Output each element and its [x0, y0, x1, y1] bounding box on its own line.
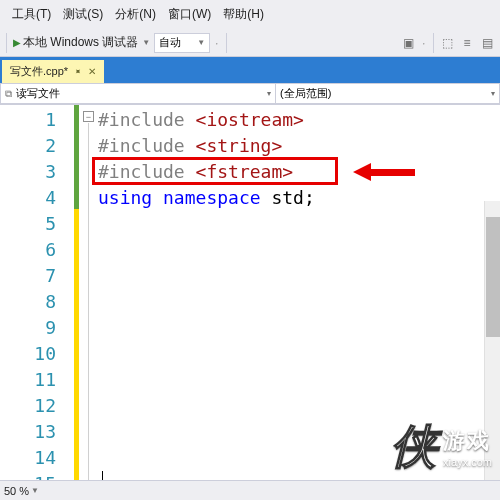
line-number: 2 [0, 133, 74, 159]
nav-scope-label: 读写文件 [16, 86, 60, 101]
divider [433, 33, 434, 53]
chevron-down-icon: ▾ [267, 89, 271, 98]
config-dropdown[interactable]: 自动 ▼ [154, 33, 210, 53]
overflow-icon[interactable]: ⸱ [212, 34, 222, 51]
toolbar: ▶ 本地 Windows 调试器 ▼ 自动 ▼ ⸱ ▣ ⸱ ⬚ ≡ ▤ [0, 29, 500, 57]
line-number: 7 [0, 263, 74, 289]
code-line[interactable] [98, 263, 500, 289]
pin-icon[interactable]: ✦ [72, 65, 85, 78]
line-number: 14 [0, 445, 74, 471]
line-number: 12 [0, 393, 74, 419]
code-line[interactable]: #include <iostream> [98, 107, 500, 133]
tool-icon-1[interactable]: ▣ [399, 34, 417, 52]
menubar: 工具(T) 测试(S) 分析(N) 窗口(W) 帮助(H) [0, 0, 500, 29]
code-line[interactable] [98, 419, 500, 445]
scrollbar-thumb[interactable] [486, 217, 500, 337]
code-line[interactable] [98, 289, 500, 315]
config-label: 自动 [159, 35, 181, 50]
code-line[interactable]: #include <string> [98, 133, 500, 159]
line-number: 8 [0, 289, 74, 315]
play-icon: ▶ [13, 37, 21, 48]
annotation-arrow [353, 163, 415, 181]
nav-scope-right[interactable]: (全局范围) ▾ [275, 83, 500, 104]
close-icon[interactable]: ✕ [88, 66, 96, 77]
menu-analyze[interactable]: 分析(N) [111, 4, 160, 25]
line-number: 13 [0, 419, 74, 445]
menu-tools[interactable]: 工具(T) [8, 4, 55, 25]
divider [226, 33, 227, 53]
code-line[interactable] [98, 237, 500, 263]
zoom-level[interactable]: 50 % [4, 485, 29, 497]
menu-help[interactable]: 帮助(H) [219, 4, 268, 25]
vertical-scrollbar[interactable] [484, 201, 500, 500]
chevron-down-icon: ▼ [142, 38, 150, 47]
code-editor[interactable]: 123456789101112131415 − #include <iostre… [0, 105, 500, 500]
menu-window[interactable]: 窗口(W) [164, 4, 215, 25]
line-number: 10 [0, 341, 74, 367]
fold-column: − [82, 105, 98, 500]
fold-toggle[interactable]: − [83, 111, 94, 122]
code-area[interactable]: #include <iostream>#include <string>#inc… [98, 105, 500, 500]
tab-file[interactable]: 写文件.cpp* ✦ ✕ [2, 60, 104, 83]
line-number: 5 [0, 211, 74, 237]
code-line[interactable] [98, 445, 500, 471]
debug-target-button[interactable]: ▶ 本地 Windows 调试器 ▼ [11, 34, 152, 51]
menu-test[interactable]: 测试(S) [59, 4, 107, 25]
tab-title: 写文件.cpp* [10, 64, 68, 79]
line-number: 1 [0, 107, 74, 133]
line-number: 3 [0, 159, 74, 185]
tab-strip: 写文件.cpp* ✦ ✕ [0, 57, 500, 83]
tool-icon-4[interactable]: ▤ [478, 34, 496, 52]
code-line[interactable] [98, 211, 500, 237]
unsaved-change-indicator [74, 209, 79, 494]
tool-icon-3[interactable]: ≡ [458, 34, 476, 52]
line-number: 11 [0, 367, 74, 393]
code-line[interactable] [98, 367, 500, 393]
debug-target-label: 本地 Windows 调试器 [23, 34, 138, 51]
code-line[interactable] [98, 341, 500, 367]
nav-bar: ⧉ 读写文件 ▾ (全局范围) ▾ [0, 83, 500, 105]
code-line[interactable]: using namespace std; [98, 185, 500, 211]
line-number-gutter: 123456789101112131415 [0, 105, 74, 500]
chevron-down-icon[interactable]: ▼ [31, 486, 39, 495]
tool-icon-2[interactable]: ⬚ [438, 34, 456, 52]
overflow-icon[interactable]: ⸱ [419, 34, 429, 51]
change-margin [74, 105, 82, 500]
line-number: 9 [0, 315, 74, 341]
chevron-down-icon: ▾ [491, 89, 495, 98]
scope-icon: ⧉ [5, 88, 12, 100]
line-number: 6 [0, 237, 74, 263]
code-line[interactable] [98, 393, 500, 419]
code-line[interactable]: #include <fstream> [98, 159, 500, 185]
nav-scope-label: (全局范围) [280, 86, 331, 101]
saved-change-indicator [74, 105, 79, 209]
status-bar: 50 % ▼ [0, 480, 500, 500]
line-number: 4 [0, 185, 74, 211]
divider [6, 33, 7, 53]
nav-scope-left[interactable]: ⧉ 读写文件 ▾ [0, 83, 275, 104]
fold-guide [88, 123, 89, 493]
code-line[interactable] [98, 315, 500, 341]
chevron-down-icon: ▼ [197, 38, 205, 47]
